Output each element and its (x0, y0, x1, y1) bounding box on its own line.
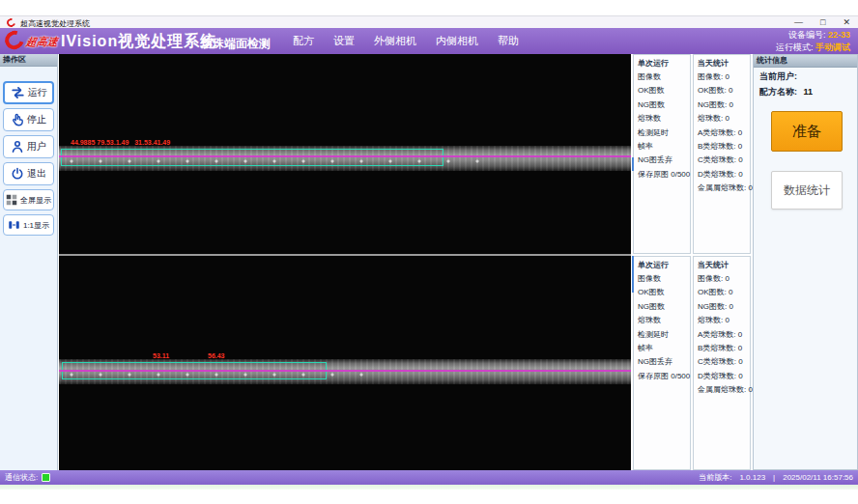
camera-bottom-viewport: 53.11 56.43 (59, 256, 631, 470)
exit-button[interactable]: 退出 (3, 162, 54, 185)
stat-row: D类熔珠数: 0 (694, 370, 750, 383)
current-user-label: 当前用户: (754, 68, 857, 83)
daily-stats-title: 当天统计 (694, 257, 750, 272)
stat-row: 熔珠数: 0 (694, 112, 750, 126)
recipe-name-label: 配方名称: (759, 87, 797, 97)
run-cycle-icon (11, 86, 25, 99)
stat-row: NG图丢弃 (634, 154, 690, 167)
version-value: 1.0.123 (739, 473, 765, 482)
application-window: 超高速视觉处理系统 — □ ✕ 超高速 IVision视觉处理系统 熔珠端面检测… (0, 0, 858, 504)
stat-row: NG图数 (634, 300, 690, 314)
app-title: IVision视觉处理系统 (61, 32, 216, 52)
run-mode-label: 运行模式: (776, 42, 814, 52)
statistics-info-panel: 统计信息 当前用户: 配方名称: 11 准备 数据统计 (753, 54, 858, 470)
brand-logo-text: 超高速 (25, 35, 59, 49)
app-header: 超高速 IVision视觉处理系统 熔珠端面检测 配方设置外侧相机内侧相机帮助 … (0, 28, 858, 54)
menu-item[interactable]: 外侧相机 (374, 34, 416, 48)
operation-sidebar: 操作区 运行 停止 (0, 54, 58, 470)
stat-row: 熔珠数 (634, 314, 690, 327)
measurement-annotation-bottom-right: 56.43 (208, 352, 225, 359)
stat-row: OK图数 (634, 84, 690, 98)
stat-row: B类熔珠数: 0 (694, 342, 750, 355)
laser-line-bottom (59, 370, 631, 372)
fullscreen-button-label: 全屏显示 (20, 195, 51, 206)
stat-row: OK图数 (634, 286, 690, 299)
panel-daily-bottom: 当天统计 图像数: 0OK图数: 0NG图数: 0熔珠数: 0A类熔珠数: 0B… (693, 256, 751, 470)
brand-swoosh-icon (2, 27, 28, 52)
stat-row: A类熔珠数: 0 (694, 328, 750, 342)
status-bar: 通信状态: 当前版本: 1.0.123 | 2025/02/11 16:57:5… (0, 470, 858, 485)
stat-row: A类熔珠数: 0 (694, 126, 750, 140)
stat-row: 图像数 (634, 272, 690, 286)
app-subtitle: 熔珠端面检测 (201, 36, 271, 52)
stat-row: 图像数 (634, 70, 690, 84)
menu-item[interactable]: 帮助 (498, 34, 519, 48)
stat-row: 熔珠数: 0 (694, 314, 750, 327)
fullscreen-grid-icon (6, 194, 17, 206)
device-info: 设备编号: 22-33 运行模式: 手动调试 (776, 29, 850, 54)
comm-status-label: 通信状态: (5, 472, 38, 483)
panel-single-run-bottom: 单次运行 图像数OK图数NG图数熔珠数检测延时帧率NG图丢弃保存原图 0/500 (633, 256, 691, 470)
user-button-label: 用户 (27, 140, 46, 154)
stat-row: 图像数: 0 (694, 70, 750, 84)
sidebar-title: 操作区 (0, 54, 57, 67)
stat-row: D类熔珠数: 0 (694, 168, 750, 182)
stat-row: OK图数: 0 (694, 84, 750, 98)
camera-top-viewport: 44.9885 79.53.1.49 31.53.41.49 (59, 54, 631, 254)
stat-row: NG图数: 0 (694, 300, 750, 314)
stat-row: 保存原图 0/500 (634, 370, 690, 383)
run-mode-value: 手动调试 (815, 42, 850, 52)
one-to-one-button-label: 1:1显示 (23, 220, 49, 231)
stat-row: NG图丢弃 (634, 355, 690, 369)
version-label: 当前版本: (699, 472, 731, 483)
stat-row: 帧率 (634, 140, 690, 154)
stat-row: 帧率 (634, 342, 690, 355)
hand-icon (11, 113, 24, 126)
prepare-button[interactable]: 准备 (771, 111, 843, 152)
menu-item[interactable]: 设置 (333, 34, 355, 48)
stat-row: B类熔珠数: 0 (694, 140, 750, 154)
stat-row: 金属屑熔珠数: 0 (694, 182, 750, 195)
power-icon (11, 167, 24, 181)
one-to-one-icon (8, 219, 20, 231)
one-to-one-button[interactable]: 1:1显示 (3, 214, 54, 236)
run-button-label: 运行 (28, 86, 47, 99)
info-panel-title: 统计信息 (754, 55, 857, 68)
window-bottom-edge (0, 485, 858, 490)
device-id-label: 设备编号: (788, 30, 826, 40)
panel-single-run-top: 单次运行 图像数OK图数NG图数熔珠数检测延时帧率NG图丢弃保存原图 0/500 (633, 54, 691, 254)
stat-row: 熔珠数 (634, 112, 690, 126)
single-run-title: 单次运行 (634, 257, 690, 272)
stat-row: C类熔珠数: 0 (694, 355, 750, 369)
menu-item[interactable]: 配方 (293, 34, 314, 48)
stat-row: 保存原图 0/500 (634, 168, 690, 182)
stat-row: OK图数: 0 (694, 286, 750, 299)
datetime: 2025/02/11 16:57:56 (783, 473, 853, 482)
stop-button[interactable]: 停止 (3, 108, 54, 131)
device-id-value: 22-33 (828, 30, 850, 40)
run-button[interactable]: 运行 (3, 81, 54, 104)
stat-row: NG图数: 0 (694, 98, 750, 112)
recipe-name-value: 11 (804, 87, 814, 97)
status-separator: | (773, 473, 775, 482)
stat-row: NG图数 (634, 98, 690, 112)
user-button[interactable]: 用户 (3, 135, 54, 158)
scroll-marker (632, 157, 634, 171)
stat-row: C类熔珠数: 0 (694, 154, 750, 167)
roi-rect-top (61, 149, 443, 166)
stat-row: 金属屑熔珠数: 0 (694, 383, 750, 397)
measurement-annotation-top: 44.9885 79.53.1.49 31.53.41.49 (71, 139, 170, 146)
exit-button-label: 退出 (27, 167, 46, 181)
stop-button-label: 停止 (27, 113, 46, 126)
single-run-title: 单次运行 (634, 55, 690, 70)
measurement-annotation-bottom-left: 53.11 (153, 352, 169, 359)
menu-bar: 配方设置外侧相机内侧相机帮助 (283, 28, 529, 54)
menu-item[interactable]: 内侧相机 (436, 34, 478, 48)
stat-row: 检测延时 (634, 126, 690, 140)
user-icon (11, 140, 24, 154)
fullscreen-button[interactable]: 全屏显示 (3, 189, 54, 210)
data-stats-button[interactable]: 数据统计 (771, 171, 843, 210)
scroll-marker (632, 256, 634, 293)
daily-stats-title: 当天统计 (694, 55, 750, 70)
stat-row: 图像数: 0 (694, 272, 750, 286)
